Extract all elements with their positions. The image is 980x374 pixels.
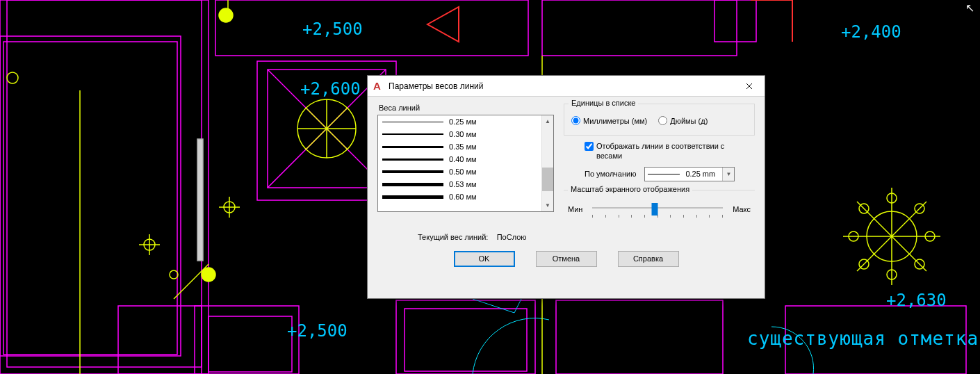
- svg-line-51: [473, 299, 514, 313]
- lineweight-sample-icon: [382, 122, 443, 122]
- svg-rect-18: [197, 139, 203, 261]
- svg-point-26: [219, 8, 233, 22]
- dimension-text: +2,500: [287, 321, 348, 341]
- lineweight-item[interactable]: 0.35 мм: [378, 140, 541, 153]
- slider-thumb[interactable]: [652, 203, 658, 216]
- scrollbar-thumb[interactable]: [542, 168, 553, 191]
- default-lineweight-select[interactable]: 0.25 mm ▼: [644, 167, 735, 181]
- units-mm-radio[interactable]: Миллиметры (мм): [571, 116, 647, 125]
- lineweight-item[interactable]: 0.30 мм: [378, 128, 541, 140]
- default-lineweight-value: 0.25 mm: [685, 170, 715, 178]
- svg-rect-17: [542, 0, 737, 56]
- lineweight-item-label: 0.60 мм: [449, 193, 477, 201]
- radio-mm-label: Миллиметры (мм): [583, 117, 647, 125]
- lineweight-sample-icon: [648, 174, 680, 174]
- svg-rect-12: [396, 300, 535, 374]
- lineweight-item[interactable]: 0.53 мм: [378, 178, 541, 190]
- scrollbar-track[interactable]: [542, 127, 553, 200]
- lineweight-item[interactable]: 0.25 мм: [378, 115, 541, 128]
- svg-rect-1: [7, 0, 202, 367]
- lineweight-item-label: 0.30 мм: [449, 130, 477, 138]
- lineweight-item-label: 0.50 мм: [449, 168, 477, 176]
- lineweight-item[interactable]: 0.40 мм: [378, 153, 541, 165]
- help-button[interactable]: Справка: [618, 251, 679, 267]
- listbox-scrollbar[interactable]: ▲ ▼: [541, 115, 553, 211]
- lineweight-item[interactable]: 0.50 мм: [378, 165, 541, 178]
- svg-rect-4: [3, 42, 177, 355]
- lineweight-item[interactable]: 0.60 мм: [378, 190, 541, 203]
- svg-rect-3: [0, 36, 181, 356]
- lineweight-item-label: 0.53 мм: [449, 180, 477, 188]
- lineweight-sample-icon: [382, 158, 443, 161]
- lineweights-listbox[interactable]: 0.25 мм0.30 мм0.35 мм0.40 мм0.50 мм0.53 …: [377, 115, 554, 212]
- svg-point-19: [7, 72, 18, 83]
- dialog-titlebar[interactable]: A Параметры весов линий: [368, 76, 765, 97]
- lineweight-sample-icon: [382, 146, 443, 148]
- lineweight-sample-icon: [382, 183, 443, 186]
- display-scale-slider[interactable]: [589, 200, 726, 219]
- default-lineweight-label: По умолчанию: [585, 170, 636, 178]
- dimension-text: +2,600: [300, 79, 361, 99]
- close-button[interactable]: [733, 76, 765, 96]
- svg-rect-2: [215, 0, 528, 56]
- lineweight-item-label: 0.35 мм: [449, 143, 477, 151]
- cancel-button[interactable]: Отмена: [536, 251, 597, 267]
- lineweight-item-label: 0.40 мм: [449, 155, 477, 163]
- units-group-label: Единицы в списке: [569, 99, 638, 107]
- dimension-text: +2,500: [302, 19, 363, 39]
- chevron-down-icon: ▼: [722, 168, 734, 181]
- svg-line-30: [174, 264, 209, 299]
- svg-rect-14: [556, 300, 723, 374]
- display-lwt-checkbox[interactable]: [585, 142, 594, 151]
- radio-in-label: Дюймы (д): [670, 117, 708, 125]
- scale-max-label: Макс: [733, 205, 751, 213]
- autocad-app-icon: A: [373, 80, 384, 91]
- lineweights-list-label: Веса линий: [377, 104, 554, 112]
- current-lineweight-value: ПоСлою: [497, 233, 527, 241]
- lineweight-settings-dialog: A Параметры весов линий Веса линий 0.25 …: [367, 75, 765, 299]
- scroll-up-button[interactable]: ▲: [542, 115, 553, 127]
- lineweight-item-label: 0.25 мм: [449, 117, 477, 126]
- svg-rect-7: [209, 316, 292, 372]
- lineweight-sample-icon: [382, 170, 443, 173]
- annotation-text: существующая отметка: [747, 328, 979, 349]
- current-lineweight-label: Текущий вес линий:: [418, 233, 488, 241]
- display-scale-label: Масштаб экранного отображения: [568, 185, 692, 193]
- dialog-title: Параметры весов линий: [389, 81, 483, 91]
- dimension-text: +2,630: [886, 291, 947, 310]
- dimension-text: +2,400: [841, 22, 901, 42]
- svg-point-28: [170, 270, 178, 279]
- units-inches-radio[interactable]: Дюймы (д): [658, 116, 708, 125]
- lineweight-sample-icon: [382, 195, 443, 199]
- svg-rect-5: [118, 306, 202, 374]
- display-lwt-label: Отображать линии в соответствии с весами: [596, 141, 728, 161]
- svg-rect-16: [714, 0, 756, 42]
- ok-button[interactable]: OK: [454, 251, 515, 267]
- scale-min-label: Мин: [568, 205, 582, 213]
- scroll-down-button[interactable]: ▼: [542, 200, 553, 211]
- svg-rect-13: [405, 309, 527, 371]
- units-group: Единицы в списке Миллиметры (мм) Дюймы (…: [564, 104, 755, 136]
- svg-line-52: [514, 299, 521, 313]
- lineweight-sample-icon: [382, 133, 443, 135]
